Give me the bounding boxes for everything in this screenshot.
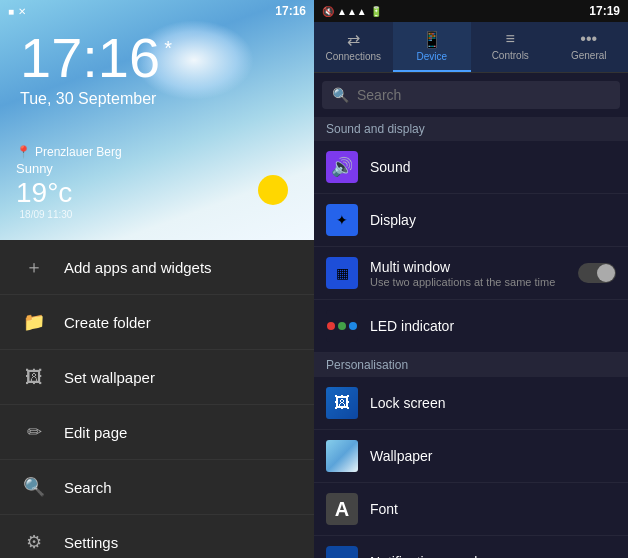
display-content: Display	[370, 212, 616, 228]
led-icon	[326, 310, 358, 342]
general-tab-icon: •••	[580, 30, 597, 48]
display-icon: ✦	[326, 204, 358, 236]
menu-item-edit-page[interactable]: ✏ Edit page	[0, 405, 314, 460]
connections-tab-icon: ⇄	[347, 30, 360, 49]
menu-item-settings[interactable]: ⚙ Settings	[0, 515, 314, 558]
context-menu: ＋ Add apps and widgets 📁 Create folder 🖼…	[0, 240, 314, 558]
display-title: Display	[370, 212, 616, 228]
search-bar[interactable]: 🔍	[322, 81, 620, 109]
tab-connections[interactable]: ⇄ Connections	[314, 22, 393, 72]
weather-condition: Sunny	[16, 161, 53, 176]
settings-item-led[interactable]: LED indicator	[314, 300, 628, 353]
section-header-personalisation: Personalisation	[314, 353, 628, 377]
clock-asterisk: *	[164, 38, 172, 58]
notification-panel-content: Notification panel	[370, 554, 616, 558]
multi-window-content: Multi window Use two applications at the…	[370, 259, 578, 288]
menu-item-search[interactable]: 🔍 Search	[0, 460, 314, 515]
menu-item-create-folder[interactable]: 📁 Create folder	[0, 295, 314, 350]
settings-item-font[interactable]: A Font	[314, 483, 628, 536]
menu-item-set-wallpaper[interactable]: 🖼 Set wallpaper	[0, 350, 314, 405]
settings-item-multi-window[interactable]: ▦ Multi window Use two applications at t…	[314, 247, 628, 300]
settings-item-notification-panel[interactable]: ≡ Notification panel	[314, 536, 628, 558]
font-title: Font	[370, 501, 616, 517]
led-dots	[327, 322, 357, 330]
sound-icon: 🔊	[326, 151, 358, 183]
weather-left: Sunny 19°c 18/09 11:30	[16, 159, 72, 220]
tab-general[interactable]: ••• General	[550, 22, 629, 72]
top-tabs: ⇄ Connections 📱 Device ≡ Controls ••• Ge…	[314, 22, 628, 73]
settings-item-wallpaper[interactable]: Wallpaper	[314, 430, 628, 483]
add-apps-icon: ＋	[20, 253, 48, 281]
wallpaper-title: Wallpaper	[370, 448, 616, 464]
status-bar-left: ■ ✕ 17:16	[0, 0, 314, 22]
pin-icon: 📍	[16, 145, 31, 159]
search-input[interactable]	[357, 87, 610, 103]
lock-screen-content: Lock screen	[370, 395, 616, 411]
create-folder-label: Create folder	[64, 314, 151, 331]
battery-icon: 🔋	[370, 6, 382, 17]
left-panel: ■ ✕ 17:16 17:16 * Tue, 30 September 📍 Pr…	[0, 0, 314, 558]
led-content: LED indicator	[370, 318, 616, 334]
device-tab-icon: 📱	[422, 30, 442, 49]
wallpaper-thumb-icon	[326, 440, 358, 472]
signal-icon: ▲▲▲	[337, 6, 367, 17]
right-status-icons: 🔇 ▲▲▲ 🔋	[322, 6, 382, 17]
controls-tab-icon: ≡	[506, 30, 515, 48]
general-tab-label: General	[571, 50, 607, 61]
set-wallpaper-label: Set wallpaper	[64, 369, 155, 386]
multi-window-icon: ▦	[326, 257, 358, 289]
settings-menu-label: Settings	[64, 534, 118, 551]
wallpaper-background: ■ ✕ 17:16 17:16 * Tue, 30 September 📍 Pr…	[0, 0, 314, 240]
tab-device[interactable]: 📱 Device	[393, 22, 472, 72]
menu-item-add-apps[interactable]: ＋ Add apps and widgets	[0, 240, 314, 295]
connections-tab-label: Connections	[325, 51, 381, 62]
led-dot-green	[338, 322, 346, 330]
settings-item-sound[interactable]: 🔊 Sound	[314, 141, 628, 194]
status-time-right: 17:19	[589, 4, 620, 18]
notification-icon: ■	[8, 6, 14, 17]
sound-content: Sound	[370, 159, 616, 175]
font-icon: A	[326, 493, 358, 525]
search-menu-label: Search	[64, 479, 112, 496]
edit-page-label: Edit page	[64, 424, 127, 441]
weather-row: Sunny 19°c 18/09 11:30	[16, 159, 298, 220]
led-dot-red	[327, 322, 335, 330]
right-panel: 🔇 ▲▲▲ 🔋 17:19 ⇄ Connections 📱 Device ≡ C…	[314, 0, 628, 558]
multi-window-title: Multi window	[370, 259, 578, 275]
controls-tab-label: Controls	[492, 50, 529, 61]
weather-location: 📍 Prenzlauer Berg	[16, 145, 298, 159]
search-bar-icon: 🔍	[332, 87, 349, 103]
led-dot-blue	[349, 322, 357, 330]
weather-date: 18/09 11:30	[16, 209, 72, 220]
mute-icon: 🔇	[322, 6, 334, 17]
tab-controls[interactable]: ≡ Controls	[471, 22, 550, 72]
set-wallpaper-icon: 🖼	[20, 363, 48, 391]
settings-item-display[interactable]: ✦ Display	[314, 194, 628, 247]
create-folder-icon: 📁	[20, 308, 48, 336]
edit-page-icon: ✏	[20, 418, 48, 446]
status-bar-right: 🔇 ▲▲▲ 🔋 17:19	[314, 0, 628, 22]
settings-menu-icon: ⚙	[20, 528, 48, 556]
notification-panel-icon: ≡	[326, 546, 358, 558]
search-menu-icon: 🔍	[20, 473, 48, 501]
sun-icon	[248, 165, 298, 215]
clock-date: Tue, 30 September	[20, 90, 294, 108]
x-icon: ✕	[18, 6, 26, 17]
multi-window-toggle[interactable]	[578, 263, 616, 283]
weather-info: 📍 Prenzlauer Berg Sunny 19°c 18/09 11:30	[0, 145, 314, 220]
status-time-left: 17:16	[275, 4, 306, 18]
settings-list: Sound and display 🔊 Sound ✦ Display ▦ Mu…	[314, 117, 628, 558]
left-status-icons: ■ ✕	[8, 6, 26, 17]
section-header-sound-display: Sound and display	[314, 117, 628, 141]
device-tab-label: Device	[416, 51, 447, 62]
lock-screen-title: Lock screen	[370, 395, 616, 411]
lock-screen-icon: 🖼	[326, 387, 358, 419]
settings-item-lock-screen[interactable]: 🖼 Lock screen	[314, 377, 628, 430]
notification-panel-title: Notification panel	[370, 554, 616, 558]
sound-title: Sound	[370, 159, 616, 175]
clock-time: 17:16 *	[20, 30, 294, 86]
font-content: Font	[370, 501, 616, 517]
led-title: LED indicator	[370, 318, 616, 334]
multi-window-subtitle: Use two applications at the same time	[370, 276, 578, 288]
add-apps-label: Add apps and widgets	[64, 259, 212, 276]
